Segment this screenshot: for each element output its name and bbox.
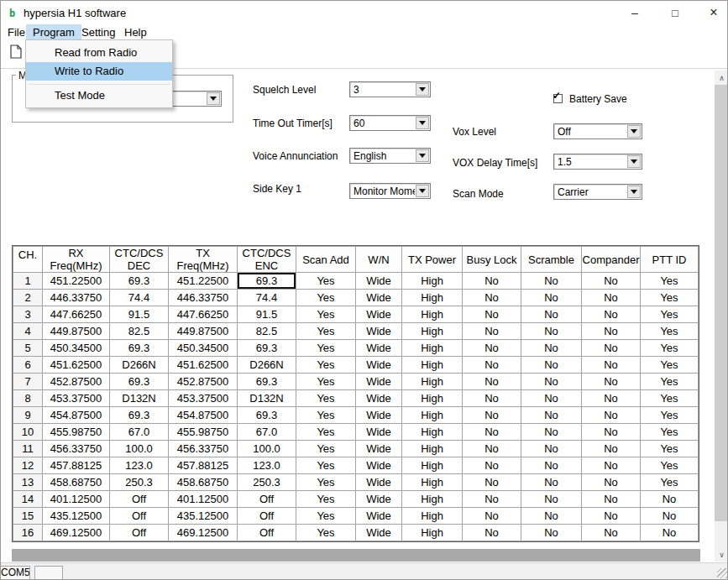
cell[interactable]: 100.0 — [110, 441, 169, 457]
cell[interactable]: Wide — [356, 424, 402, 441]
cell[interactable]: 74.4 — [110, 290, 169, 306]
chevron-down-icon[interactable] — [416, 149, 429, 162]
cell[interactable]: No — [582, 457, 641, 474]
row-header[interactable]: 1 — [13, 273, 43, 290]
minimize-button[interactable]: – — [621, 1, 649, 24]
cell[interactable]: No — [582, 441, 641, 457]
scroll-down-icon[interactable]: ∨ — [715, 547, 728, 562]
cell[interactable]: 447.66250 — [169, 306, 238, 323]
cell[interactable]: Wide — [356, 306, 402, 323]
menu-help[interactable]: Help — [118, 24, 154, 39]
cell[interactable]: No — [521, 424, 582, 441]
cell[interactable]: 454.87500 — [169, 407, 238, 424]
cell[interactable]: Off — [110, 491, 169, 508]
cell[interactable]: 69.3 — [110, 374, 169, 390]
row-header[interactable]: 3 — [13, 306, 43, 323]
cell[interactable]: 454.87500 — [43, 407, 110, 424]
row-header[interactable]: 6 — [13, 357, 43, 374]
cell[interactable]: No — [521, 491, 582, 508]
cell[interactable]: No — [463, 390, 521, 407]
cell[interactable]: Yes — [641, 273, 699, 290]
cell[interactable]: D266N — [238, 357, 296, 374]
cell[interactable]: Yes — [641, 357, 699, 374]
cell[interactable]: 451.22500 — [43, 273, 110, 290]
cell[interactable]: 458.68750 — [169, 474, 238, 491]
cell[interactable]: Wide — [356, 474, 402, 491]
cell[interactable]: Yes — [641, 374, 699, 390]
cell[interactable]: D132N — [110, 390, 169, 407]
column-header[interactable]: Scramble — [521, 247, 582, 273]
cell[interactable]: High — [402, 374, 463, 390]
row-header[interactable]: 8 — [13, 390, 43, 407]
cell[interactable]: No — [463, 457, 521, 474]
chevron-down-icon[interactable] — [627, 185, 641, 198]
side-key-1-combo[interactable]: Monitor Momen — [349, 183, 431, 199]
cell[interactable]: Yes — [296, 407, 356, 424]
selected-cell[interactable]: 69.3 — [238, 273, 296, 290]
cell[interactable]: Off — [238, 525, 296, 541]
voice-annunciation-combo[interactable]: English — [349, 148, 431, 164]
cell[interactable]: No — [463, 306, 521, 323]
scrollbar-thumb[interactable] — [715, 85, 728, 521]
cell[interactable]: No — [521, 306, 582, 323]
row-header[interactable]: 10 — [13, 424, 43, 441]
cell[interactable]: High — [402, 390, 463, 407]
cell[interactable]: No — [521, 273, 582, 290]
cell[interactable]: Wide — [356, 525, 402, 541]
new-file-button[interactable] — [6, 42, 26, 64]
menu-item-read-from-radio[interactable]: Read from Radio — [26, 44, 172, 62]
cell[interactable]: 457.88125 — [169, 457, 238, 474]
cell[interactable]: 451.22500 — [169, 273, 238, 290]
cell[interactable]: Yes — [641, 340, 699, 357]
cell[interactable]: Wide — [356, 273, 402, 290]
cell[interactable]: Off — [110, 508, 169, 525]
cell[interactable]: No — [641, 491, 699, 508]
squelch-level-combo[interactable]: 3 — [349, 81, 431, 97]
cell[interactable]: Yes — [296, 273, 356, 290]
column-header[interactable]: Scan Add — [296, 247, 356, 273]
cell[interactable]: 69.3 — [110, 340, 169, 357]
cell[interactable]: Yes — [296, 525, 356, 541]
cell[interactable]: No — [463, 340, 521, 357]
cell[interactable]: Yes — [641, 407, 699, 424]
cell[interactable]: Wide — [356, 508, 402, 525]
cell[interactable]: Yes — [296, 290, 356, 306]
cell[interactable]: No — [463, 357, 521, 374]
cell[interactable]: 469.12500 — [169, 525, 238, 541]
cell[interactable]: Yes — [296, 508, 356, 525]
cell[interactable]: Yes — [296, 457, 356, 474]
cell[interactable]: No — [463, 474, 521, 491]
cell[interactable]: 69.3 — [110, 407, 169, 424]
chevron-down-icon[interactable] — [627, 155, 641, 168]
cell[interactable]: 69.3 — [238, 340, 296, 357]
cell[interactable]: 456.33750 — [169, 441, 238, 457]
cell[interactable]: 457.88125 — [43, 457, 110, 474]
cell[interactable]: No — [521, 525, 582, 541]
cell[interactable]: 69.3 — [238, 374, 296, 390]
cell[interactable]: No — [521, 474, 582, 491]
cell[interactable]: Wide — [356, 390, 402, 407]
cell[interactable]: High — [402, 491, 463, 508]
chevron-down-icon[interactable] — [416, 185, 429, 197]
row-header[interactable]: 7 — [13, 374, 43, 390]
cell[interactable]: 469.12500 — [43, 525, 110, 541]
cell[interactable]: Yes — [296, 340, 356, 357]
cell[interactable]: High — [402, 357, 463, 374]
cell[interactable]: Wide — [356, 441, 402, 457]
cell[interactable]: No — [582, 390, 641, 407]
cell[interactable]: Yes — [641, 474, 699, 491]
menu-item-write-to-radio[interactable]: Write to Radio — [26, 62, 172, 81]
cell[interactable]: 250.3 — [110, 474, 169, 491]
cell[interactable]: No — [521, 457, 582, 474]
cell[interactable]: No — [582, 491, 641, 508]
cell[interactable]: High — [402, 441, 463, 457]
column-header[interactable]: CTC/DCSDEC — [110, 247, 169, 273]
cell[interactable]: Yes — [641, 441, 699, 457]
cell[interactable]: High — [402, 273, 463, 290]
cell[interactable]: 455.98750 — [169, 424, 238, 441]
cell[interactable]: 451.62500 — [43, 357, 110, 374]
maximize-button[interactable]: □ — [661, 1, 689, 24]
cell[interactable]: No — [463, 323, 521, 340]
menu-setting[interactable]: Setting — [75, 24, 122, 39]
cell[interactable]: 447.66250 — [43, 306, 110, 323]
